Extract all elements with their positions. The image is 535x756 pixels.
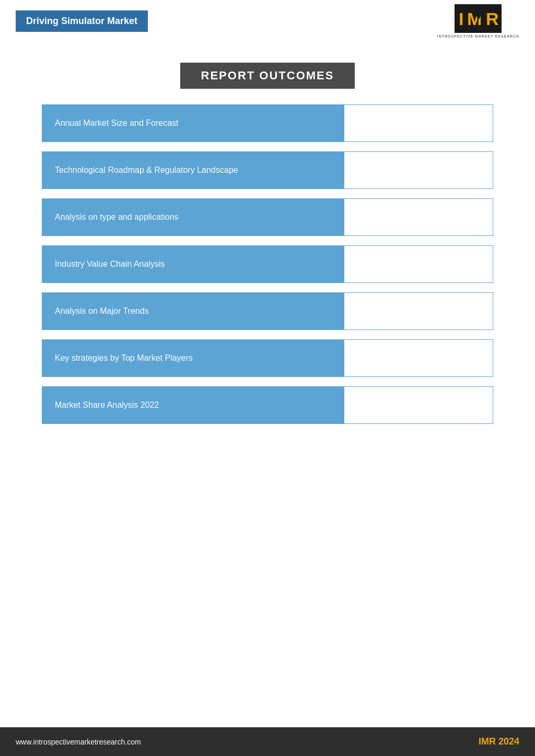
outcome-row-3: Analysis on type and applications xyxy=(42,198,493,236)
outcome-right-box-1 xyxy=(344,105,493,141)
outcome-row-4: Industry Value Chain Analysis xyxy=(42,245,493,283)
outcome-row-1: Annual Market Size and Forecast xyxy=(42,104,493,142)
logo-area: I M R INTROSPECTIVE MARKET RESEARCH xyxy=(437,4,519,38)
outcome-right-box-4 xyxy=(344,246,493,282)
main-content: REPORT OUTCOMES Annual Market Size and F… xyxy=(0,42,535,454)
outcome-row-2: Technological Roadmap & Regulatory Lands… xyxy=(42,151,493,189)
header-title: Driving Simulator Market xyxy=(26,16,137,26)
outcome-row-5: Analysis on Major Trends xyxy=(42,292,493,330)
footer-url: www.introspectivemarketresearch.com xyxy=(16,738,141,746)
outcome-label-box-3: Analysis on type and applications xyxy=(42,199,344,235)
outcome-label-text-5: Analysis on Major Trends xyxy=(55,306,149,316)
outcome-row-6: Key strategies by Top Market Players xyxy=(42,339,493,377)
header-title-box: Driving Simulator Market xyxy=(16,10,148,32)
logo-svg: I M R xyxy=(455,4,502,33)
outcome-label-box-6: Key strategies by Top Market Players xyxy=(42,340,344,376)
imr-logo: I M R xyxy=(455,4,502,33)
svg-text:I: I xyxy=(459,9,463,29)
outcome-right-box-6 xyxy=(344,340,493,376)
outcome-label-box-2: Technological Roadmap & Regulatory Lands… xyxy=(42,152,344,188)
outcome-items-list: Annual Market Size and ForecastTechnolog… xyxy=(42,104,493,433)
page-header: Driving Simulator Market I M R INTROSPEC… xyxy=(0,0,535,42)
page-footer: www.introspectivemarketresearch.com IMR … xyxy=(0,727,535,756)
outcome-label-box-1: Annual Market Size and Forecast xyxy=(42,105,344,141)
outcome-label-text-3: Analysis on type and applications xyxy=(55,212,179,222)
report-outcomes-title: REPORT OUTCOMES xyxy=(201,69,334,82)
outcome-right-box-5 xyxy=(344,293,493,329)
outcome-right-box-2 xyxy=(344,152,493,188)
outcome-right-box-7 xyxy=(344,387,493,423)
outcome-label-text-7: Market Share Analysis 2022 xyxy=(55,400,159,410)
outcome-row-7: Market Share Analysis 2022 xyxy=(42,386,493,424)
outcome-label-text-6: Key strategies by Top Market Players xyxy=(55,353,193,363)
outcome-label-box-5: Analysis on Major Trends xyxy=(42,293,344,329)
outcome-label-text-2: Technological Roadmap & Regulatory Lands… xyxy=(55,166,238,175)
footer-year-label: IMR 2024 xyxy=(479,736,519,747)
outcome-label-text-4: Industry Value Chain Analysis xyxy=(55,259,165,269)
svg-text:R: R xyxy=(486,9,499,29)
outcome-right-box-3 xyxy=(344,199,493,235)
outcome-label-text-1: Annual Market Size and Forecast xyxy=(55,119,179,128)
outcome-label-box-4: Industry Value Chain Analysis xyxy=(42,246,344,282)
report-outcomes-box: REPORT OUTCOMES xyxy=(180,63,355,89)
outcome-label-box-7: Market Share Analysis 2022 xyxy=(42,387,344,423)
logo-subtitle: INTROSPECTIVE MARKET RESEARCH xyxy=(437,34,519,38)
svg-text:M: M xyxy=(467,9,482,29)
report-outcomes-header: REPORT OUTCOMES xyxy=(42,63,493,89)
